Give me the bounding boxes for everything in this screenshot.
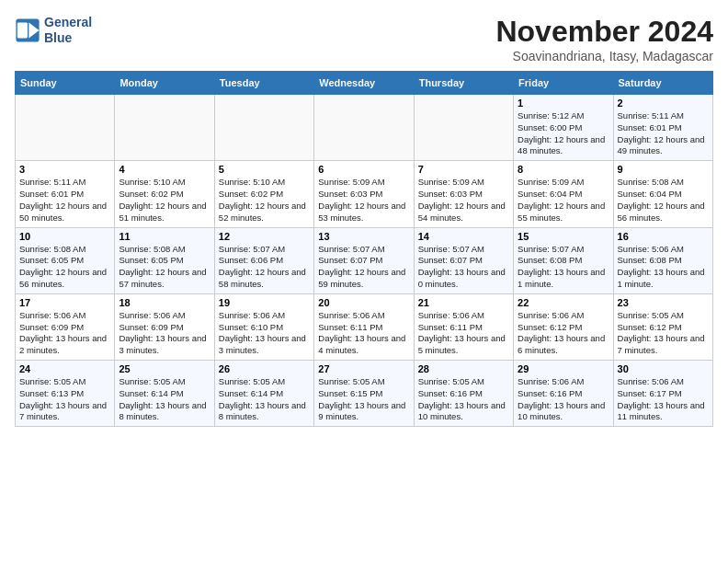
weekday-saturday: Saturday <box>613 72 712 95</box>
day-cell: 7Sunrise: 5:09 AM Sunset: 6:03 PM Daylig… <box>414 161 513 227</box>
day-cell: 4Sunrise: 5:10 AM Sunset: 6:02 PM Daylig… <box>115 161 214 227</box>
day-cell: 26Sunrise: 5:05 AM Sunset: 6:14 PM Dayli… <box>214 361 313 427</box>
week-row-2: 3Sunrise: 5:11 AM Sunset: 6:01 PM Daylig… <box>16 161 713 227</box>
day-cell: 17Sunrise: 5:06 AM Sunset: 6:09 PM Dayli… <box>16 293 115 360</box>
week-row-3: 10Sunrise: 5:08 AM Sunset: 6:05 PM Dayli… <box>16 227 713 293</box>
logo-icon <box>15 17 40 43</box>
day-number: 26 <box>219 363 310 374</box>
weekday-tuesday: Tuesday <box>214 72 313 95</box>
day-number: 17 <box>19 297 110 308</box>
day-cell: 19Sunrise: 5:06 AM Sunset: 6:10 PM Dayli… <box>214 293 313 360</box>
day-cell: 25Sunrise: 5:05 AM Sunset: 6:14 PM Dayli… <box>115 361 214 427</box>
day-info: Sunrise: 5:09 AM Sunset: 6:03 PM Dayligh… <box>318 177 409 224</box>
day-cell: 21Sunrise: 5:06 AM Sunset: 6:11 PM Dayli… <box>414 293 513 360</box>
week-row-1: 1Sunrise: 5:12 AM Sunset: 6:00 PM Daylig… <box>16 95 713 161</box>
day-info: Sunrise: 5:06 AM Sunset: 6:16 PM Dayligh… <box>518 376 609 423</box>
day-number: 8 <box>518 164 609 175</box>
day-number: 5 <box>219 164 310 175</box>
day-info: Sunrise: 5:10 AM Sunset: 6:02 PM Dayligh… <box>219 177 310 224</box>
day-info: Sunrise: 5:05 AM Sunset: 6:14 PM Dayligh… <box>219 376 310 423</box>
day-number: 21 <box>418 297 509 308</box>
day-info: Sunrise: 5:06 AM Sunset: 6:08 PM Dayligh… <box>618 244 709 291</box>
day-cell <box>214 95 313 161</box>
day-number: 2 <box>618 98 709 109</box>
calendar-table: SundayMondayTuesdayWednesdayThursdayFrid… <box>15 71 713 427</box>
day-cell: 6Sunrise: 5:09 AM Sunset: 6:03 PM Daylig… <box>314 161 414 227</box>
day-cell <box>115 95 214 161</box>
day-cell: 2Sunrise: 5:11 AM Sunset: 6:01 PM Daylig… <box>613 95 712 161</box>
day-cell: 11Sunrise: 5:08 AM Sunset: 6:05 PM Dayli… <box>115 227 214 293</box>
day-cell: 28Sunrise: 5:05 AM Sunset: 6:16 PM Dayli… <box>414 361 513 427</box>
day-info: Sunrise: 5:05 AM Sunset: 6:12 PM Dayligh… <box>618 310 709 357</box>
day-number: 22 <box>518 297 609 308</box>
svg-rect-2 <box>17 22 28 38</box>
day-cell: 23Sunrise: 5:05 AM Sunset: 6:12 PM Dayli… <box>613 293 712 360</box>
day-info: Sunrise: 5:06 AM Sunset: 6:11 PM Dayligh… <box>418 310 509 357</box>
day-cell: 5Sunrise: 5:10 AM Sunset: 6:02 PM Daylig… <box>214 161 313 227</box>
day-cell: 20Sunrise: 5:06 AM Sunset: 6:11 PM Dayli… <box>314 293 414 360</box>
day-number: 1 <box>518 98 609 109</box>
weekday-sunday: Sunday <box>16 72 115 95</box>
day-info: Sunrise: 5:05 AM Sunset: 6:16 PM Dayligh… <box>418 376 509 423</box>
day-info: Sunrise: 5:07 AM Sunset: 6:07 PM Dayligh… <box>318 244 409 291</box>
day-number: 3 <box>19 164 110 175</box>
day-info: Sunrise: 5:07 AM Sunset: 6:08 PM Dayligh… <box>518 244 609 291</box>
day-number: 7 <box>418 164 509 175</box>
day-cell: 27Sunrise: 5:05 AM Sunset: 6:15 PM Dayli… <box>314 361 414 427</box>
day-cell <box>314 95 414 161</box>
day-number: 15 <box>518 231 609 242</box>
day-number: 12 <box>219 231 310 242</box>
day-number: 16 <box>618 231 709 242</box>
day-cell: 10Sunrise: 5:08 AM Sunset: 6:05 PM Dayli… <box>16 227 115 293</box>
day-info: Sunrise: 5:06 AM Sunset: 6:09 PM Dayligh… <box>119 310 210 357</box>
day-info: Sunrise: 5:08 AM Sunset: 6:04 PM Dayligh… <box>618 177 709 224</box>
day-info: Sunrise: 5:09 AM Sunset: 6:04 PM Dayligh… <box>518 177 609 224</box>
day-cell <box>414 95 513 161</box>
day-info: Sunrise: 5:05 AM Sunset: 6:14 PM Dayligh… <box>119 376 210 423</box>
day-info: Sunrise: 5:08 AM Sunset: 6:05 PM Dayligh… <box>19 244 110 291</box>
title-block: November 2024 Soavinandriana, Itasy, Mad… <box>495 15 713 63</box>
day-info: Sunrise: 5:11 AM Sunset: 6:01 PM Dayligh… <box>618 110 709 157</box>
day-info: Sunrise: 5:06 AM Sunset: 6:09 PM Dayligh… <box>19 310 110 357</box>
day-number: 19 <box>219 297 310 308</box>
day-number: 10 <box>19 231 110 242</box>
day-info: Sunrise: 5:06 AM Sunset: 6:10 PM Dayligh… <box>219 310 310 357</box>
day-info: Sunrise: 5:07 AM Sunset: 6:06 PM Dayligh… <box>219 244 310 291</box>
day-number: 27 <box>318 363 409 374</box>
week-row-5: 24Sunrise: 5:05 AM Sunset: 6:13 PM Dayli… <box>16 361 713 427</box>
day-number: 4 <box>119 164 210 175</box>
day-number: 18 <box>119 297 210 308</box>
day-info: Sunrise: 5:05 AM Sunset: 6:15 PM Dayligh… <box>318 376 409 423</box>
day-info: Sunrise: 5:10 AM Sunset: 6:02 PM Dayligh… <box>119 177 210 224</box>
week-row-4: 17Sunrise: 5:06 AM Sunset: 6:09 PM Dayli… <box>16 293 713 360</box>
day-number: 6 <box>318 164 409 175</box>
day-number: 30 <box>618 363 709 374</box>
day-cell <box>16 95 115 161</box>
day-info: Sunrise: 5:08 AM Sunset: 6:05 PM Dayligh… <box>119 244 210 291</box>
subtitle: Soavinandriana, Itasy, Madagascar <box>495 49 713 63</box>
calendar-body: 1Sunrise: 5:12 AM Sunset: 6:00 PM Daylig… <box>16 95 713 427</box>
day-info: Sunrise: 5:07 AM Sunset: 6:07 PM Dayligh… <box>418 244 509 291</box>
weekday-wednesday: Wednesday <box>314 72 414 95</box>
day-number: 13 <box>318 231 409 242</box>
weekday-header-row: SundayMondayTuesdayWednesdayThursdayFrid… <box>16 72 713 95</box>
day-number: 28 <box>418 363 509 374</box>
main-title: November 2024 <box>495 15 713 49</box>
day-cell: 22Sunrise: 5:06 AM Sunset: 6:12 PM Dayli… <box>514 293 613 360</box>
day-number: 29 <box>518 363 609 374</box>
day-number: 11 <box>119 231 210 242</box>
day-cell: 8Sunrise: 5:09 AM Sunset: 6:04 PM Daylig… <box>514 161 613 227</box>
day-info: Sunrise: 5:09 AM Sunset: 6:03 PM Dayligh… <box>418 177 509 224</box>
weekday-thursday: Thursday <box>414 72 513 95</box>
logo: General Blue <box>15 15 92 46</box>
day-info: Sunrise: 5:05 AM Sunset: 6:13 PM Dayligh… <box>19 376 110 423</box>
day-cell: 16Sunrise: 5:06 AM Sunset: 6:08 PM Dayli… <box>613 227 712 293</box>
day-cell: 14Sunrise: 5:07 AM Sunset: 6:07 PM Dayli… <box>414 227 513 293</box>
day-cell: 9Sunrise: 5:08 AM Sunset: 6:04 PM Daylig… <box>613 161 712 227</box>
logo-text: General Blue <box>44 15 92 46</box>
day-info: Sunrise: 5:12 AM Sunset: 6:00 PM Dayligh… <box>518 110 609 157</box>
day-cell: 12Sunrise: 5:07 AM Sunset: 6:06 PM Dayli… <box>214 227 313 293</box>
day-cell: 18Sunrise: 5:06 AM Sunset: 6:09 PM Dayli… <box>115 293 214 360</box>
day-number: 9 <box>618 164 709 175</box>
day-number: 25 <box>119 363 210 374</box>
